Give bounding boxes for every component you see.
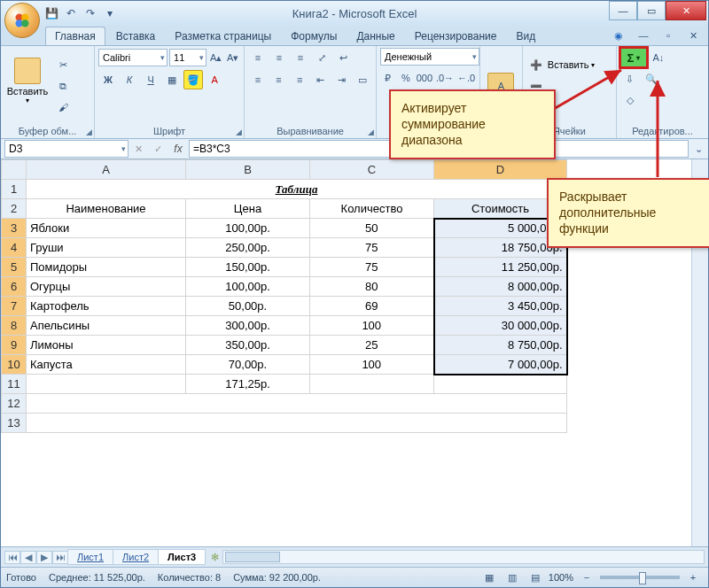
shrink-font-icon[interactable]: A▾ bbox=[225, 48, 240, 67]
underline-button[interactable]: Ч bbox=[141, 70, 160, 89]
tab-home[interactable]: Главная bbox=[45, 27, 105, 45]
maximize-button[interactable]: ▭ bbox=[637, 1, 666, 20]
cell-B3[interactable]: 100,00р. bbox=[186, 219, 310, 238]
cell-C4[interactable]: 75 bbox=[310, 238, 434, 258]
help-icon[interactable]: ◉ bbox=[609, 26, 628, 45]
tab-formulas[interactable]: Формулы bbox=[282, 27, 346, 45]
view-break-icon[interactable]: ▤ bbox=[526, 568, 545, 587]
orientation-icon[interactable]: ⤢ bbox=[312, 48, 331, 67]
restore-icon[interactable]: ▫ bbox=[658, 26, 678, 45]
name-box[interactable]: D3 bbox=[4, 140, 129, 158]
enter-formula-icon[interactable]: ✓ bbox=[148, 139, 168, 159]
row-7[interactable]: 7 bbox=[2, 297, 27, 316]
close-button[interactable]: ✕ bbox=[666, 1, 706, 20]
cell-C7[interactable]: 69 bbox=[310, 297, 434, 316]
header-name[interactable]: Наименование bbox=[27, 199, 186, 219]
cell-B11[interactable]: 171,25р. bbox=[186, 375, 310, 394]
align-left-icon[interactable]: ≡ bbox=[248, 70, 268, 89]
cell-D11[interactable] bbox=[434, 375, 567, 394]
row-5[interactable]: 5 bbox=[2, 258, 27, 277]
format-painter-icon[interactable]: 🖌 bbox=[53, 97, 73, 117]
horizontal-scrollbar[interactable] bbox=[222, 550, 705, 564]
redo-icon[interactable]: ↷ bbox=[82, 5, 98, 21]
cell-C9[interactable]: 25 bbox=[310, 336, 434, 355]
view-normal-icon[interactable]: ▦ bbox=[479, 568, 499, 587]
expand-formula-icon[interactable]: ⌄ bbox=[689, 139, 708, 159]
cell-A5[interactable]: Помидоры bbox=[27, 258, 186, 277]
col-C[interactable]: C bbox=[310, 160, 434, 180]
clipboard-launcher[interactable]: ◢ bbox=[86, 128, 92, 136]
undo-icon[interactable]: ↶ bbox=[63, 5, 79, 21]
cell-D9[interactable]: 8 750,00р. bbox=[434, 336, 567, 355]
insert-cell-icon[interactable]: ➕ bbox=[526, 55, 546, 74]
font-name-combo[interactable]: Calibri bbox=[98, 49, 168, 66]
cell-B4[interactable]: 250,00р. bbox=[186, 238, 310, 258]
align-mid-icon[interactable]: ≡ bbox=[269, 48, 289, 67]
indent-inc-icon[interactable]: ⇥ bbox=[332, 70, 352, 89]
qat-dropdown-icon[interactable]: ▾ bbox=[102, 5, 118, 21]
row-6[interactable]: 6 bbox=[2, 277, 27, 297]
cell-B5[interactable]: 150,00р. bbox=[186, 258, 310, 277]
select-all-corner[interactable] bbox=[2, 160, 27, 180]
percent-icon[interactable]: % bbox=[398, 68, 414, 88]
indent-dec-icon[interactable]: ⇤ bbox=[311, 70, 331, 89]
cancel-formula-icon[interactable]: ✕ bbox=[129, 139, 148, 159]
sheet-nav-first-icon[interactable]: ⏮ bbox=[4, 551, 20, 564]
font-size-combo[interactable]: 11 bbox=[169, 49, 206, 66]
new-sheet-icon[interactable]: ✻ bbox=[211, 552, 219, 563]
fill-color-icon[interactable]: 🪣 bbox=[183, 70, 203, 89]
bold-button[interactable]: Ж bbox=[98, 70, 118, 89]
cell-A4[interactable]: Груши bbox=[27, 238, 186, 258]
col-A[interactable]: A bbox=[27, 160, 186, 180]
row-11[interactable]: 11 bbox=[2, 375, 27, 394]
border-icon[interactable]: ▦ bbox=[162, 70, 182, 89]
font-launcher[interactable]: ◢ bbox=[236, 128, 242, 136]
align-right-icon[interactable]: ≡ bbox=[290, 70, 309, 89]
align-launcher[interactable]: ◢ bbox=[368, 128, 374, 136]
tab-layout[interactable]: Разметка страницы bbox=[166, 27, 280, 45]
cell-A8[interactable]: Апельсины bbox=[27, 316, 186, 336]
row-13[interactable]: 13 bbox=[2, 414, 27, 433]
sheet-nav-last-icon[interactable]: ⏭ bbox=[52, 551, 68, 564]
row-4[interactable]: 4 bbox=[2, 238, 27, 258]
tab-review[interactable]: Рецензирование bbox=[406, 27, 506, 45]
min-ribbon-icon[interactable]: — bbox=[634, 26, 653, 45]
sheet-tab-3[interactable]: Лист3 bbox=[158, 549, 206, 565]
row-10[interactable]: 10 bbox=[2, 355, 27, 375]
fx-icon[interactable]: fx bbox=[168, 143, 189, 155]
table-title[interactable]: Таблица bbox=[27, 180, 567, 199]
cell-B6[interactable]: 100,00р. bbox=[186, 277, 310, 297]
currency-icon[interactable]: ₽ bbox=[380, 68, 396, 88]
sheet-tab-1[interactable]: Лист1 bbox=[67, 549, 113, 565]
row-2[interactable]: 2 bbox=[2, 199, 27, 219]
cell-A6[interactable]: Огурцы bbox=[27, 277, 186, 297]
cell-A9[interactable]: Лимоны bbox=[27, 336, 186, 355]
dec-decimal-icon[interactable]: ←.0 bbox=[456, 68, 476, 88]
fill-icon[interactable]: ⇩ bbox=[620, 69, 640, 89]
header-price[interactable]: Цена bbox=[186, 199, 310, 219]
cell-B9[interactable]: 350,00р. bbox=[186, 336, 310, 355]
cell-B8[interactable]: 300,00р. bbox=[186, 316, 310, 336]
cell-C6[interactable]: 80 bbox=[310, 277, 434, 297]
inc-decimal-icon[interactable]: .0→ bbox=[435, 68, 455, 88]
clear-icon[interactable]: ◇ bbox=[620, 90, 640, 110]
number-format-combo[interactable]: Денежный bbox=[380, 48, 479, 66]
merge-icon[interactable]: ▭ bbox=[353, 70, 372, 89]
find-icon[interactable]: 🔍 bbox=[642, 69, 661, 89]
row-1[interactable]: 1 bbox=[2, 180, 27, 199]
cut-icon[interactable]: ✂ bbox=[53, 55, 73, 74]
grow-font-icon[interactable]: A▴ bbox=[208, 48, 223, 67]
autosum-button[interactable]: Σ bbox=[620, 48, 647, 67]
tab-view[interactable]: Вид bbox=[507, 27, 544, 45]
cell-D5[interactable]: 11 250,00р. bbox=[434, 258, 567, 277]
align-center-icon[interactable]: ≡ bbox=[269, 70, 289, 89]
cell-A11[interactable] bbox=[27, 375, 186, 394]
sheet-nav-prev-icon[interactable]: ◀ bbox=[20, 551, 36, 564]
cell-D10[interactable]: 7 000,00р. bbox=[434, 355, 567, 375]
italic-button[interactable]: К bbox=[120, 70, 139, 89]
header-qty[interactable]: Количество bbox=[310, 199, 434, 219]
col-D[interactable]: D bbox=[434, 160, 567, 180]
row-9[interactable]: 9 bbox=[2, 336, 27, 355]
align-top-icon[interactable]: ≡ bbox=[248, 48, 268, 67]
align-bot-icon[interactable]: ≡ bbox=[291, 48, 310, 67]
